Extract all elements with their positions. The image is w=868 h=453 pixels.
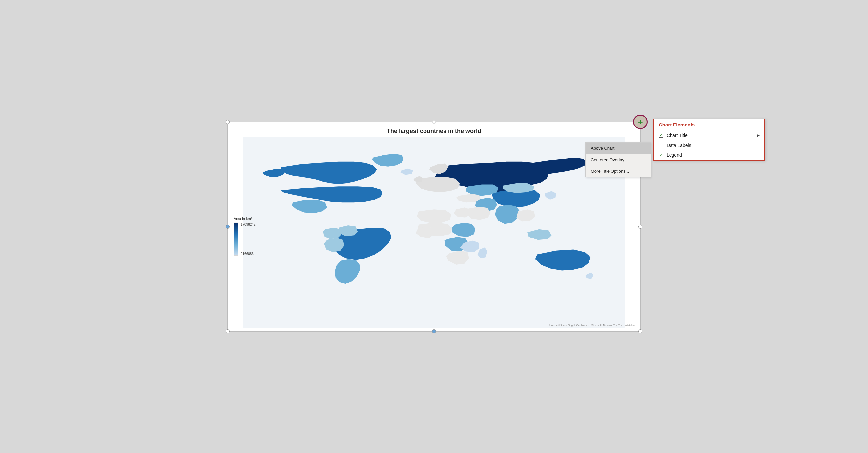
handle-top-left[interactable] (226, 120, 229, 124)
legend: Area in km² 17098242 2166086 (234, 217, 255, 255)
submenu-item-more-title-options[interactable]: More Title Options... (586, 166, 651, 177)
handle-mid-right[interactable] (639, 225, 642, 229)
handle-mid-left[interactable] (226, 225, 229, 229)
handle-bottom-left[interactable] (226, 330, 229, 334)
panel-item-left-legend: Legend (659, 152, 682, 158)
handle-bottom-center[interactable] (432, 330, 436, 334)
submenu-item-above-chart[interactable]: Above Chart (586, 143, 651, 154)
chart-elements-button[interactable]: + (633, 115, 648, 129)
handle-top-center[interactable] (432, 120, 436, 124)
submenu-item-centered-overlay[interactable]: Centered Overlay (586, 154, 651, 166)
panel-item-chart-title[interactable]: Chart Title ▶ Above Chart Centered Overl… (654, 131, 764, 140)
panel-item-left-data-labels: Data Labels (659, 143, 691, 148)
chart-title: The largest countries in the world (228, 122, 640, 137)
panel-item-left-chart-title: Chart Title (659, 133, 688, 138)
legend-row: 17098242 2166086 (234, 222, 255, 255)
attribution: Universität von Bing © GeoNames, Microso… (550, 323, 638, 327)
algeria (417, 209, 452, 223)
checkbox-chart-title[interactable] (659, 133, 663, 138)
panel-header: Chart Elements (654, 119, 764, 131)
panel-item-legend[interactable]: Legend (654, 150, 764, 160)
world-map (228, 137, 640, 328)
legend-labels: 17098242 2166086 (241, 222, 255, 255)
legend-min: 2166086 (241, 252, 255, 255)
legend-title: Area in km² (234, 217, 255, 220)
submenu-chart-title: Above Chart Centered Overlay More Title … (585, 142, 651, 177)
handle-bottom-right[interactable] (639, 330, 642, 334)
chevron-right-chart-title: ▶ (757, 133, 760, 138)
checkbox-legend[interactable] (659, 153, 663, 157)
legend-max: 17098242 (241, 222, 255, 226)
chart-body: Area in km² 17098242 2166086 (228, 137, 640, 328)
outer-wrapper: + Chart Elements Chart Title ▶ Above Cha… (217, 112, 651, 342)
panel-item-data-labels[interactable]: Data Labels (654, 140, 764, 150)
chart-container: + Chart Elements Chart Title ▶ Above Cha… (227, 121, 641, 332)
legend-bar (234, 222, 238, 255)
plus-icon: + (638, 118, 643, 126)
panel-item-label-chart-title: Chart Title (666, 133, 688, 138)
checkbox-data-labels[interactable] (659, 143, 663, 147)
chart-elements-panel: Chart Elements Chart Title ▶ Above Chart… (653, 119, 765, 161)
panel-item-label-legend: Legend (666, 152, 682, 158)
panel-item-label-data-labels: Data Labels (666, 143, 691, 148)
